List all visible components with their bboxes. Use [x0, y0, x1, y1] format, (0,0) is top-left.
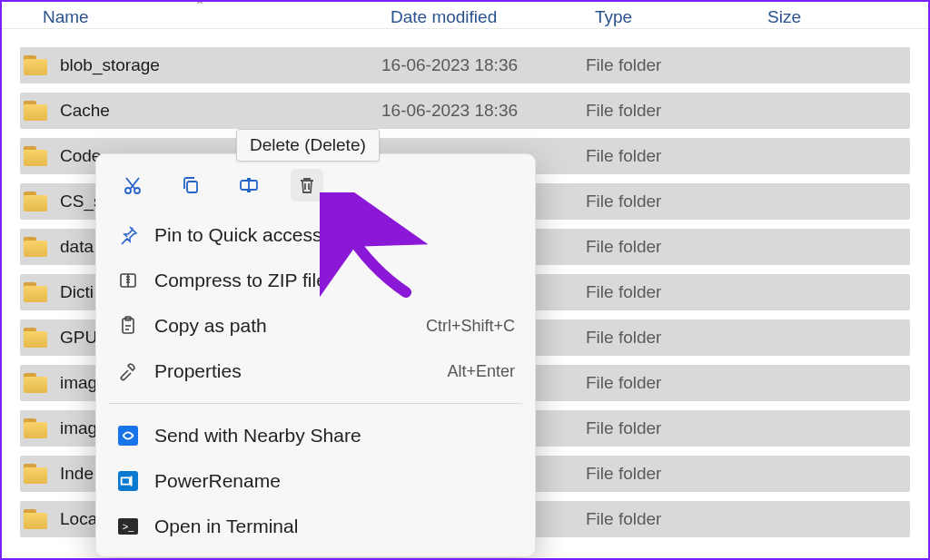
svg-rect-2 — [187, 182, 197, 192]
delete-button[interactable] — [291, 169, 323, 201]
cut-button[interactable] — [116, 169, 149, 201]
file-type: File folder — [586, 101, 758, 121]
context-menu-label: Open in Terminal — [154, 516, 515, 537]
context-menu: Pin to Quick access Compress to ZIP file… — [95, 153, 536, 557]
svg-point-0 — [125, 188, 131, 193]
context-menu-label: Properties — [154, 360, 447, 382]
file-name: data — [60, 237, 94, 257]
file-type: File folder — [586, 328, 758, 348]
context-menu-shortcut: Alt+Enter — [447, 362, 515, 381]
file-date: 16-06-2023 18:36 — [381, 55, 586, 75]
wrench-icon — [116, 359, 140, 383]
file-name: blob_storage — [60, 55, 160, 75]
folder-icon — [24, 509, 47, 529]
context-menu-label: Pin to Quick access — [154, 224, 515, 246]
pin-icon — [116, 223, 140, 247]
file-name: Loca — [60, 509, 97, 529]
copy-button[interactable] — [174, 169, 207, 201]
column-header-row: Name ⌃ Date modified Type Size — [2, 2, 928, 29]
folder-icon — [24, 101, 47, 121]
folder-icon — [24, 373, 47, 393]
context-menu-item[interactable]: PowerRename — [96, 458, 535, 504]
context-menu-item[interactable]: Copy as path Ctrl+Shift+C — [96, 303, 535, 349]
rename-button[interactable] — [232, 169, 265, 201]
file-type: File folder — [586, 282, 758, 302]
file-name: GPU — [60, 328, 97, 348]
context-menu-quick-actions — [96, 154, 535, 212]
context-menu-item[interactable]: >_ Open in Terminal — [96, 504, 535, 549]
folder-icon — [24, 237, 47, 257]
clipboard-path-icon — [116, 314, 140, 338]
sort-up-icon: ⌃ — [194, 0, 205, 13]
zip-icon — [116, 269, 140, 292]
nearby-share-icon — [116, 424, 140, 447]
context-menu-item[interactable]: Send with Nearby Share — [96, 413, 535, 458]
file-name: imag — [60, 373, 97, 393]
file-type: File folder — [586, 237, 758, 257]
folder-icon — [24, 146, 47, 166]
column-name-label: Name — [43, 7, 89, 26]
context-menu-label: Copy as path — [154, 315, 426, 337]
file-type: File folder — [586, 464, 758, 484]
folder-icon — [24, 192, 47, 211]
folder-icon — [24, 464, 47, 484]
column-header-type[interactable]: Type — [586, 4, 758, 31]
file-type: File folder — [586, 418, 758, 438]
context-menu-shortcut: Ctrl+Shift+C — [426, 317, 515, 336]
powerrename-icon — [116, 469, 140, 493]
context-menu-item[interactable]: Properties Alt+Enter — [96, 349, 535, 394]
rename-icon — [238, 174, 260, 196]
file-date: 16-06-2023 18:36 — [381, 101, 586, 121]
file-name: Dicti — [60, 282, 94, 302]
column-header-name[interactable]: Name ⌃ — [2, 4, 381, 31]
file-type: File folder — [586, 55, 758, 75]
folder-icon — [24, 55, 47, 75]
context-menu-divider — [109, 403, 522, 404]
table-row[interactable]: blob_storage 16-06-2023 18:36 File folde… — [20, 47, 910, 84]
file-name: imag — [60, 418, 97, 438]
copy-icon — [180, 174, 202, 196]
context-menu-item[interactable]: Compress to ZIP file — [96, 258, 535, 303]
file-name: Inde — [60, 464, 94, 484]
context-menu-label: Send with Nearby Share — [154, 425, 515, 447]
file-type: File folder — [586, 146, 758, 166]
folder-icon — [24, 282, 47, 302]
folder-icon — [24, 328, 47, 348]
column-header-size[interactable]: Size — [758, 4, 876, 31]
svg-point-1 — [134, 188, 140, 193]
file-type: File folder — [586, 192, 758, 211]
context-menu-label: PowerRename — [154, 470, 515, 492]
cut-icon — [122, 174, 143, 196]
context-menu-label: Compress to ZIP file — [154, 270, 515, 291]
file-type: File folder — [586, 509, 758, 529]
file-type: File folder — [586, 373, 758, 393]
file-name: Cache — [60, 101, 110, 121]
folder-icon — [24, 418, 47, 438]
context-menu-item[interactable]: Pin to Quick access — [96, 212, 535, 258]
column-header-date[interactable]: Date modified — [381, 4, 586, 31]
delete-icon — [296, 174, 318, 196]
delete-tooltip: Delete (Delete) — [236, 129, 380, 162]
terminal-icon: >_ — [116, 515, 140, 538]
table-row[interactable]: Cache 16-06-2023 18:36 File folder — [20, 93, 910, 129]
